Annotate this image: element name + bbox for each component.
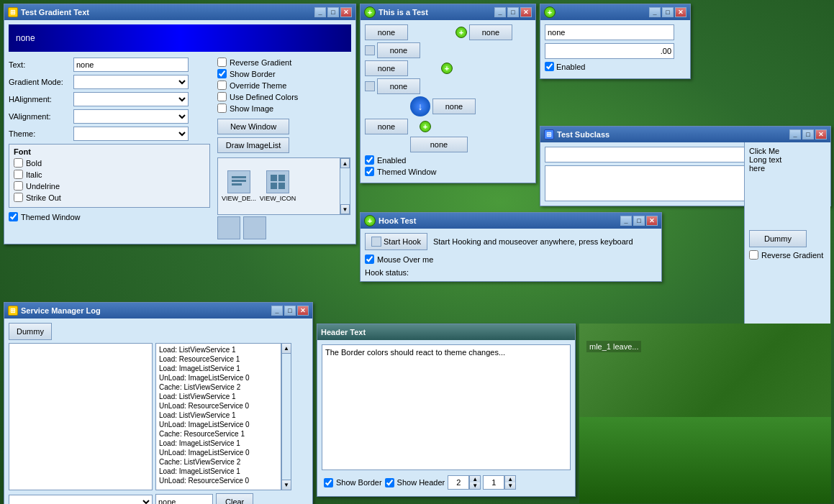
italic-row: Italic bbox=[14, 170, 205, 179]
test-btn-5[interactable]: none bbox=[377, 78, 420, 94]
log-scroll-up[interactable]: ▲ bbox=[282, 344, 291, 354]
underline-label: Undelrine bbox=[26, 182, 60, 191]
spin-up-1[interactable]: ▲ bbox=[470, 476, 480, 482]
new-window-btn[interactable]: New Window bbox=[217, 119, 289, 134]
reverse-gradient-row: Reverse Gradient bbox=[217, 58, 350, 67]
gradient-close-btn[interactable]: ✕ bbox=[340, 7, 352, 17]
bold-label: Bold bbox=[26, 159, 42, 168]
hook-title-icon: + bbox=[364, 215, 376, 226]
show-border-label: Show Border bbox=[230, 70, 276, 78]
clear-btn[interactable]: Clear bbox=[216, 493, 253, 504]
test-title-left: + This is a Test bbox=[364, 6, 428, 18]
small-enabled-checkbox[interactable] bbox=[545, 62, 554, 71]
hook-minimize-btn[interactable]: _ bbox=[620, 216, 632, 226]
use-defined-colors-label: Use Defined Colors bbox=[230, 93, 298, 101]
spin-up-2[interactable]: ▲ bbox=[505, 476, 515, 482]
scroll-down-btn[interactable]: ▼ bbox=[340, 204, 350, 214]
small-input-2[interactable] bbox=[545, 43, 674, 59]
theme-select[interactable] bbox=[73, 127, 189, 141]
test-title-bar: + This is a Test _ □ ✕ bbox=[361, 4, 535, 20]
halignment-select[interactable] bbox=[73, 92, 189, 106]
log-entry: Load: ResourceService 1 bbox=[158, 354, 279, 364]
test-close-btn[interactable]: ✕ bbox=[520, 7, 532, 17]
test-themed-checkbox[interactable] bbox=[365, 167, 374, 176]
hook-title-text: Hook Test bbox=[379, 216, 416, 225]
valignment-select[interactable] bbox=[73, 109, 189, 124]
subclass-dummy-btn[interactable]: Dummy bbox=[749, 230, 807, 247]
log-entry: Cache: ListViewService 2 bbox=[158, 457, 279, 467]
test-btn-3[interactable]: none bbox=[377, 42, 420, 58]
service-dropdown[interactable] bbox=[9, 495, 153, 504]
log-entry: UnLoad: ResourceService 0 bbox=[158, 401, 279, 411]
bold-checkbox[interactable] bbox=[14, 158, 23, 168]
subclass-close-btn[interactable]: ✕ bbox=[815, 129, 827, 139]
small-maximize-btn[interactable]: □ bbox=[662, 7, 674, 17]
override-theme-checkbox[interactable] bbox=[217, 81, 227, 90]
test-btn-4[interactable]: none bbox=[365, 60, 408, 76]
test-small-cb-1[interactable] bbox=[365, 45, 375, 55]
underline-checkbox[interactable] bbox=[14, 181, 23, 191]
hook-close-btn[interactable]: ✕ bbox=[646, 216, 658, 226]
service-input[interactable] bbox=[155, 494, 213, 504]
spin-input-2[interactable] bbox=[483, 475, 504, 490]
show-image-row: Show Image bbox=[217, 104, 350, 113]
spin-arrows-1: ▲ ▼ bbox=[469, 475, 481, 490]
italic-checkbox[interactable] bbox=[14, 170, 23, 179]
themed-window-checkbox[interactable] bbox=[9, 212, 18, 221]
service-minimize-btn[interactable]: _ bbox=[271, 306, 283, 316]
draw-imagelist-btn[interactable]: Draw ImageList bbox=[217, 137, 289, 153]
gradient-window: ⊞ Test Gradient Text _ □ ✕ none Text: Gr… bbox=[4, 4, 356, 244]
use-defined-colors-checkbox[interactable] bbox=[217, 92, 227, 101]
underline-row: Undelrine bbox=[14, 181, 205, 191]
spin-input-1[interactable] bbox=[448, 475, 469, 490]
hook-maximize-btn[interactable]: □ bbox=[633, 216, 645, 226]
test-themed-row: Themed Window bbox=[365, 167, 531, 176]
test-enabled-checkbox[interactable] bbox=[365, 155, 374, 165]
strikeout-checkbox[interactable] bbox=[14, 193, 23, 202]
show-image-checkbox[interactable] bbox=[217, 104, 227, 113]
small-close-btn[interactable]: ✕ bbox=[675, 7, 686, 17]
show-border-row: Show Border bbox=[217, 69, 350, 78]
test-btn-8[interactable]: none bbox=[410, 137, 468, 152]
log-entry: UnLoad: ResourceService 0 bbox=[158, 476, 279, 485]
service-content: Dummy Load: ListViewService 1Load: Resou… bbox=[4, 319, 312, 504]
log-scroll-down[interactable]: ▼ bbox=[282, 480, 291, 490]
test-row-6: none + bbox=[365, 119, 531, 134]
spin-down-1[interactable]: ▼ bbox=[470, 482, 480, 489]
test-btn-2[interactable]: none bbox=[469, 24, 512, 40]
service-dummy-btn[interactable]: Dummy bbox=[9, 323, 52, 340]
test-btn-7[interactable]: none bbox=[365, 119, 408, 134]
test-minimize-btn[interactable]: _ bbox=[494, 7, 506, 17]
reverse-gradient-checkbox[interactable] bbox=[217, 58, 227, 67]
test-btn-6[interactable]: none bbox=[432, 98, 476, 114]
service-maximize-btn[interactable]: □ bbox=[284, 306, 296, 316]
service-left-list[interactable] bbox=[9, 343, 153, 490]
hook-mouse-checkbox[interactable] bbox=[365, 255, 374, 264]
gradient-maximize-btn[interactable]: □ bbox=[327, 7, 339, 17]
scroll-up-btn[interactable]: ▲ bbox=[340, 158, 350, 168]
gradient-minimize-btn[interactable]: _ bbox=[314, 7, 326, 17]
subclass-minimize-btn[interactable]: _ bbox=[789, 129, 801, 139]
subclass-select[interactable] bbox=[545, 147, 763, 162]
strikeout-label: Strike Out bbox=[26, 193, 61, 202]
service-log-container: Load: ListViewService 1Load: ResourceSer… bbox=[155, 343, 291, 490]
service-close-btn[interactable]: ✕ bbox=[297, 306, 309, 316]
header-show-header-cb[interactable] bbox=[385, 478, 394, 487]
service-title-bar: ⊞ Service Manager Log _ □ ✕ bbox=[4, 303, 312, 319]
start-hook-btn[interactable]: Start Hook bbox=[365, 233, 427, 250]
header-show-border-cb[interactable] bbox=[324, 478, 333, 487]
small-input-1[interactable] bbox=[545, 24, 674, 40]
test-small-cb-2[interactable] bbox=[365, 81, 375, 91]
text-input[interactable] bbox=[73, 58, 189, 72]
show-border-checkbox[interactable] bbox=[217, 69, 227, 78]
subclass-text-area[interactable] bbox=[545, 165, 763, 201]
test-themed-label: Themed Window bbox=[377, 168, 437, 176]
spin-down-2[interactable]: ▼ bbox=[505, 482, 515, 489]
test-maximize-btn[interactable]: □ bbox=[507, 7, 519, 17]
test-btn-1[interactable]: none bbox=[365, 24, 408, 40]
small-minimize-btn[interactable]: _ bbox=[649, 7, 661, 17]
subclass-maximize-btn[interactable]: □ bbox=[802, 129, 814, 139]
gradient-mode-select[interactable] bbox=[73, 75, 189, 89]
subclass-reverse-checkbox[interactable] bbox=[749, 250, 758, 260]
service-log-list[interactable]: Load: ListViewService 1Load: ResourceSer… bbox=[155, 343, 281, 490]
